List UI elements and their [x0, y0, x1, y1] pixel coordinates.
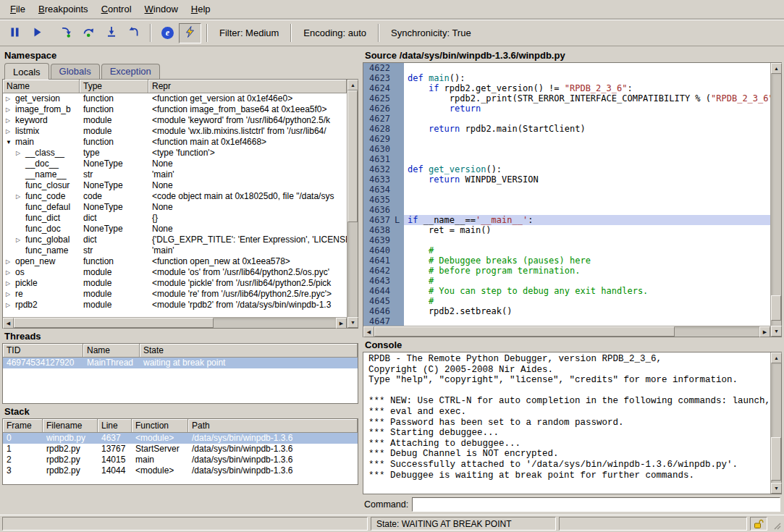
namespace-row-__class__[interactable]: ▷__class__type<type 'function'>: [3, 148, 347, 159]
menu-help[interactable]: Help: [185, 0, 217, 19]
source-line[interactable]: 4630: [363, 144, 770, 154]
source-line[interactable]: 4644 # You can step to debug any exit ha…: [363, 286, 770, 296]
column-header-function[interactable]: Function: [132, 419, 188, 433]
source-line[interactable]: 4634: [363, 185, 770, 195]
scroll-right-icon[interactable]: ▶: [336, 318, 347, 329]
stack-frame-row-0[interactable]: 0winpdb.py4637<module>/data/sys/bin/winp…: [3, 433, 358, 444]
column-header-type[interactable]: Type: [80, 80, 148, 93]
tab-globals[interactable]: Globals: [51, 64, 100, 79]
namespace-row-os[interactable]: ▷osmodule<module 'os' from '/usr/lib64/p…: [3, 267, 347, 278]
namespace-row-keyword[interactable]: ▷keywordmodule<module 'keyword' from '/u…: [3, 115, 347, 126]
namespace-row-func_defaul[interactable]: func_defaulNoneTypeNone: [3, 202, 347, 213]
scroll-down-icon[interactable]: ▼: [347, 317, 358, 328]
scrollbar-thumb[interactable]: [374, 326, 675, 337]
scroll-left-icon[interactable]: ◀: [3, 318, 14, 329]
menu-control[interactable]: Control: [95, 0, 138, 19]
namespace-row-main[interactable]: ▼mainfunction<function main at 0x1ef4668…: [3, 137, 347, 148]
scrollbar-thumb[interactable]: [771, 437, 781, 480]
column-header-state[interactable]: State: [140, 344, 358, 358]
return-button[interactable]: [122, 23, 145, 43]
source-line[interactable]: 4639: [363, 235, 770, 245]
step-over-button[interactable]: [77, 23, 100, 43]
command-input[interactable]: [412, 497, 780, 512]
source-line[interactable]: 4622: [363, 63, 770, 73]
source-line[interactable]: 4640 #: [363, 245, 770, 256]
expand-arrow-icon[interactable]: ▷: [16, 148, 25, 159]
source-line[interactable]: 4627: [363, 114, 770, 124]
step-out-button[interactable]: [100, 23, 122, 43]
source-line[interactable]: 4626 return: [363, 104, 770, 114]
source-horizontal-scrollbar[interactable]: ◀ ▶: [363, 326, 770, 337]
scroll-right-icon[interactable]: ▶: [759, 326, 770, 337]
source-line[interactable]: 4641 # Debuggee breaks (pauses) here: [363, 256, 770, 266]
source-line[interactable]: 4625 rpdb2._print(STR_ERROR_INTERFACE_CO…: [363, 93, 770, 104]
source-line[interactable]: 4643 #: [363, 276, 770, 286]
namespace-row-re[interactable]: ▷remodule<module 're' from '/usr/lib64/p…: [3, 289, 347, 300]
source-line[interactable]: 4624 if rpdb2.get_version() != "RPDB_2_3…: [363, 83, 770, 93]
source-line[interactable]: 4647: [363, 316, 770, 326]
stack-frame-row-1[interactable]: 1rpdb2.py13767StartServer/data/sys/bin/w…: [3, 444, 358, 455]
namespace-vertical-scrollbar[interactable]: ▲ ▼: [347, 80, 358, 328]
namespace-row-func_closur[interactable]: func_closurNoneTypeNone: [3, 180, 347, 191]
source-line[interactable]: 4636: [363, 205, 770, 215]
tab-locals[interactable]: Locals: [4, 63, 49, 80]
source-line[interactable]: 4631: [363, 154, 770, 164]
column-header-repr[interactable]: Repr: [148, 80, 347, 93]
stack-frame-row-3[interactable]: 3rpdb2.py14044<module>/data/sys/bin/winp…: [3, 465, 358, 476]
expand-arrow-icon[interactable]: ▷: [6, 278, 15, 289]
expand-arrow-icon[interactable]: ▷: [6, 267, 15, 278]
column-header-tid[interactable]: TID: [3, 344, 83, 358]
break-button[interactable]: [4, 23, 26, 43]
column-header-frame[interactable]: Frame: [3, 419, 43, 433]
go-button[interactable]: [26, 23, 49, 43]
expand-arrow-icon[interactable]: ▷: [6, 289, 15, 300]
source-line[interactable]: 4635: [363, 195, 770, 205]
scroll-up-icon[interactable]: ▲: [771, 63, 782, 74]
menu-window[interactable]: Window: [138, 0, 185, 19]
scroll-up-icon[interactable]: ▲: [771, 352, 782, 363]
source-line[interactable]: 4642 # before program termination.: [363, 266, 770, 276]
source-line[interactable]: 4632def get_version():: [363, 164, 770, 174]
namespace-row-get_version[interactable]: ▷get_versionfunction<function get_versio…: [3, 93, 347, 104]
namespace-row-pickle[interactable]: ▷picklemodule<module 'pickle' from '/usr…: [3, 278, 347, 289]
encoding-button[interactable]: e: [156, 23, 179, 43]
namespace-row-listmix[interactable]: ▷listmixmodule<module 'wx.lib.mixins.lis…: [3, 126, 347, 137]
namespace-row-__name__[interactable]: __name__str'main': [3, 169, 347, 180]
source-vertical-scrollbar[interactable]: ▲ ▼: [770, 63, 781, 337]
namespace-row-open_new[interactable]: ▷open_newfunction<function open_new at 0…: [3, 256, 347, 267]
expand-arrow-icon[interactable]: ▷: [6, 104, 15, 115]
synchronicity-button[interactable]: [179, 23, 201, 43]
namespace-row-func_doc[interactable]: func_docNoneTypeNone: [3, 224, 347, 235]
namespace-row-func_code[interactable]: ▷func_codecode<code object main at 0x180…: [3, 191, 347, 202]
column-header-line[interactable]: Line: [98, 419, 132, 433]
column-header-filename[interactable]: Filename: [43, 419, 98, 433]
console-vertical-scrollbar[interactable]: ▲ ▼: [770, 352, 781, 494]
source-line[interactable]: 4638 ret = main(): [363, 225, 770, 235]
scroll-down-icon[interactable]: ▼: [771, 483, 782, 494]
menu-breakpoints[interactable]: Breakpoints: [32, 0, 95, 19]
scroll-down-icon[interactable]: ▼: [771, 326, 782, 337]
expand-arrow-icon[interactable]: ▷: [6, 126, 15, 137]
expand-arrow-icon[interactable]: ▷: [16, 235, 25, 245]
column-header-name[interactable]: Name: [3, 80, 80, 93]
source-line[interactable]: 4628 return rpdb2.main(StartClient): [363, 124, 770, 134]
expand-arrow-icon[interactable]: ▷: [6, 256, 15, 267]
resize-grip[interactable]: [770, 517, 782, 531]
stack-frame-row-2[interactable]: 2rpdb2.py14015main/data/sys/bin/winpdb-1…: [3, 455, 358, 465]
tab-exception[interactable]: Exception: [101, 64, 160, 79]
column-header-path[interactable]: Path: [188, 419, 358, 433]
scrollbar-thumb[interactable]: [771, 295, 781, 321]
source-current-line[interactable]: 4637Lif __name__=='__main__':: [363, 215, 770, 225]
collapse-arrow-icon[interactable]: ▼: [6, 137, 15, 148]
namespace-row-rpdb2[interactable]: ▷rpdb2module<module 'rpdb2' from '/data/…: [3, 300, 347, 311]
source-line[interactable]: 4623def main():: [363, 73, 770, 83]
source-line[interactable]: 4646 rpdb2.setbreak(): [363, 306, 770, 316]
thread-row[interactable]: 46974534127920MainThreadwaiting at break…: [3, 358, 358, 368]
namespace-row-func_dict[interactable]: func_dictdict{}: [3, 213, 347, 224]
expand-arrow-icon[interactable]: ▷: [6, 93, 15, 104]
source-line[interactable]: 4629: [363, 134, 770, 144]
scroll-left-icon[interactable]: ◀: [363, 326, 374, 337]
namespace-row-image_from_b[interactable]: ▷image_from_bfunction<function image_fro…: [3, 104, 347, 115]
scroll-up-icon[interactable]: ▲: [347, 80, 358, 90]
namespace-row-__doc__[interactable]: __doc__NoneTypeNone: [3, 159, 347, 169]
